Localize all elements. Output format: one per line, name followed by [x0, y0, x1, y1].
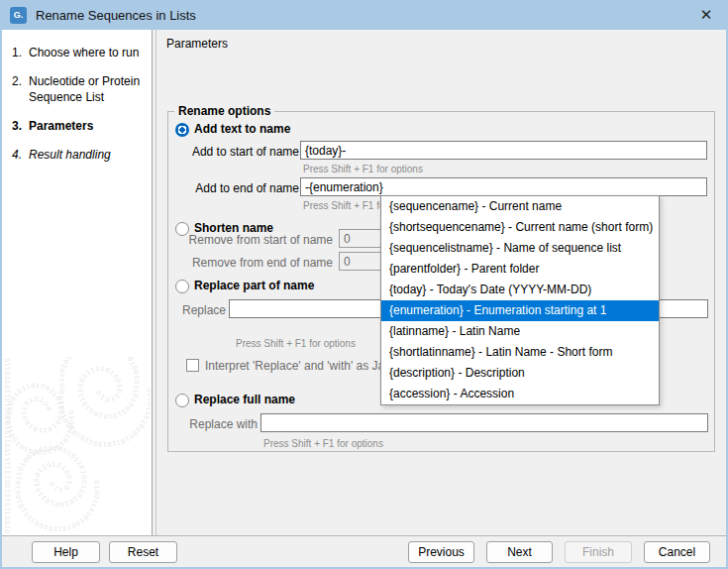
dropdown-item-shortsequencename[interactable]: {shortsequencename} - Current name (shor…	[381, 217, 659, 238]
remove-end-label: Remove from end of name	[188, 256, 333, 270]
watermark-graphic: 0100110101001011010011010100101101001101…	[2, 357, 151, 535]
window-title: Rename Sequences in Lists	[36, 8, 196, 23]
reset-button[interactable]: Reset	[109, 541, 177, 563]
step-label: Choose where to run	[29, 45, 146, 60]
panel-title: Parameters	[166, 37, 228, 51]
replace-label: Replace	[176, 303, 226, 317]
step-number: 2.	[12, 73, 29, 105]
previous-button[interactable]: Previous	[408, 541, 474, 563]
dropdown-item-sequencename[interactable]: {sequencename} - Current name	[381, 196, 659, 217]
wizard-step-parameters-current: 3. Parameters	[12, 118, 146, 134]
placeholder-options-dropdown: {sequencename} - Current name {shortsequ…	[380, 195, 660, 405]
step-label: Parameters	[29, 118, 146, 134]
next-button[interactable]: Next	[486, 541, 553, 563]
step-number: 4.	[12, 147, 29, 163]
dropdown-item-today[interactable]: {today} - Today's Date (YYYY-MM-DD)	[381, 280, 659, 300]
radio-label-add-text[interactable]: Add text to name	[194, 122, 290, 136]
replace-with-hint: Press Shift + F1 for options	[263, 438, 383, 449]
button-bar: Help Reset Previous Next Finish Cancel	[2, 535, 726, 567]
dropdown-item-accession[interactable]: {accession} - Accession	[381, 384, 659, 404]
svg-text:010011010100101101001101010010: 0100110101001011010011010100101101001101…	[2, 357, 151, 448]
wizard-step-sequence-list: 2. Nucleotide or Protein Sequence List	[12, 73, 146, 105]
dropdown-item-shortlatinname[interactable]: {shortlatinname} - Latin Name - Short fo…	[381, 342, 659, 363]
add-end-label: Add to end of name	[178, 181, 299, 195]
add-start-hint: Press Shift + F1 for options	[303, 164, 423, 174]
replace-hint: Press Shift + F1 for options	[236, 338, 356, 349]
remove-start-label: Remove from start of name	[188, 233, 333, 247]
dialog-window: G. Rename Sequences in Lists ✕ 1. Choose…	[0, 0, 728, 569]
radio-label-replace-full[interactable]: Replace full name	[194, 393, 295, 406]
step-label: Nucleotide or Protein Sequence List	[29, 73, 146, 105]
radio-shorten-name[interactable]	[175, 222, 189, 236]
wizard-sidebar: 1. Choose where to run 2. Nucleotide or …	[2, 30, 153, 535]
replace-with-label: Replace with	[176, 417, 258, 431]
radio-replace-part[interactable]	[175, 280, 189, 293]
wizard-step-choose-where-to-run: 1. Choose where to run	[12, 45, 146, 60]
svg-text:010011010100101101001101010010: 0100110101001011010011010100101101001101…	[2, 357, 101, 533]
svg-text:010011010100101101001101010010: 0100110101001011010011010100101101001101…	[2, 357, 76, 456]
finish-button: Finish	[565, 541, 632, 563]
step-label: Result handling	[29, 147, 146, 163]
group-title: Rename options	[174, 104, 274, 118]
dropdown-item-sequencelistname[interactable]: {sequencelistname} - Name of sequence li…	[381, 238, 659, 259]
dropdown-item-latinname[interactable]: {latinname} - Latin Name	[381, 321, 659, 342]
wizard-step-result-handling: 4. Result handling	[12, 147, 146, 163]
interpret-regex-label: Interpret 'Replace' and 'with' as Ja	[205, 359, 384, 373]
step-number: 1.	[12, 45, 29, 60]
title-bar: G. Rename Sequences in Lists ✕	[0, 0, 728, 30]
dropdown-item-description[interactable]: {description} - Description	[381, 363, 659, 384]
app-icon: G.	[10, 7, 27, 24]
dropdown-item-parentfolder[interactable]: {parentfolder} - Parent folder	[381, 259, 659, 280]
help-button[interactable]: Help	[32, 541, 100, 563]
radio-add-text-to-name[interactable]	[175, 123, 189, 137]
radio-replace-full[interactable]	[175, 394, 189, 407]
cancel-button[interactable]: Cancel	[644, 541, 710, 563]
add-start-label: Add to start of name	[178, 145, 299, 159]
add-end-input[interactable]	[300, 177, 707, 196]
dropdown-item-enumeration-selected[interactable]: {enumeration} - Enumeration starting at …	[381, 300, 659, 321]
radio-label-replace-part[interactable]: Replace part of name	[194, 279, 314, 292]
replace-with-input[interactable]	[260, 413, 708, 432]
svg-text:010011010100101101001101010010: 0100110101001011010011010100101101001101…	[4, 357, 11, 533]
close-icon[interactable]: ✕	[694, 6, 718, 24]
add-start-input[interactable]	[300, 141, 707, 160]
interpret-regex-checkbox[interactable]	[186, 359, 199, 372]
step-number: 3.	[12, 118, 29, 134]
